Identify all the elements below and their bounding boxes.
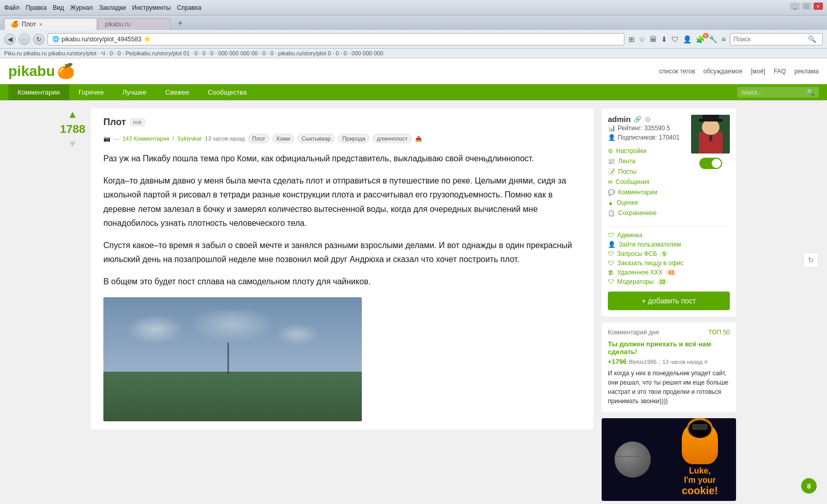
ad-line1: Luke, [682, 466, 718, 476]
menu-edit[interactable]: Правка [26, 4, 47, 11]
nav-fresh[interactable]: Свежее [156, 84, 198, 100]
user-name-text: admin [608, 115, 631, 124]
link-messages[interactable]: ✉ Сообщения [608, 177, 687, 187]
site-logo[interactable]: pikabu 🍊 [8, 63, 75, 80]
user-name-row: admin 🔗 ⚙ [608, 115, 687, 124]
window-controls[interactable]: _ □ × [790, 3, 823, 10]
tag-komi[interactable]: Коми [272, 134, 294, 143]
share-icon[interactable]: 📤 [415, 135, 422, 142]
deleted-icon: 🗑 [608, 269, 614, 276]
post-header: Плот нов [103, 117, 581, 128]
page-refresh-btn[interactable]: ↻ [803, 252, 819, 268]
order-pizza-link[interactable]: 🛡 Заказать пиццу в офис [608, 258, 730, 268]
new-tab-btn[interactable]: + [175, 18, 186, 29]
fsb-requests-link[interactable]: 🛡 Запросы ФСБ 5 [608, 249, 730, 258]
tag-syktyvkar[interactable]: Сыктывкар [297, 134, 335, 143]
settings-btn[interactable]: ⚙ [645, 115, 651, 124]
moderators-link[interactable]: 🛡 Модераторы 10 [608, 277, 730, 286]
nav-communities[interactable]: Сообщества [198, 84, 256, 100]
nav-best[interactable]: Лучшее [113, 84, 156, 100]
deleted-xxx-link[interactable]: 🗑 Удаленное ХХХ 43 [608, 268, 730, 277]
user-avatar[interactable] [691, 115, 730, 154]
profile-icon[interactable]: 👤 [682, 34, 693, 44]
link-ads[interactable]: реклама [794, 68, 819, 75]
admin-panel-link[interactable]: 🛡 Админка [608, 231, 730, 240]
top50-link[interactable]: ТОП 50 [709, 329, 730, 336]
nav-comments[interactable]: Комментарии [8, 84, 69, 100]
address-box[interactable]: 🌐 pikabu.ru/story/plot_4945583 ⭐ [48, 33, 624, 45]
pizza-label: Заказать пиццу в офис [617, 259, 683, 267]
nav-hot[interactable]: Горячее [69, 84, 113, 100]
view-icon[interactable]: ⊞ [627, 34, 636, 44]
forward-btn[interactable]: ▶ [19, 34, 30, 45]
add-post-btn[interactable]: + добавить пост [608, 292, 730, 310]
tag-nature[interactable]: Природа [338, 134, 370, 143]
tab-close-btn[interactable]: × [39, 21, 42, 27]
extension-icon[interactable]: 🔧 [708, 34, 718, 44]
tag-longpost[interactable]: длиннопост [373, 134, 412, 143]
post-paragraph-2: Когда–то давным давно у меня была мечта … [103, 174, 581, 230]
menu-journal[interactable]: Журнал [70, 4, 93, 11]
comments-link-icon: 💬 [608, 189, 615, 196]
menu-help[interactable]: Справка [177, 4, 201, 11]
link-my[interactable]: [моё] [751, 68, 765, 75]
bookmark-star-icon[interactable]: ☆ [638, 34, 647, 44]
close-btn[interactable]: × [814, 3, 823, 10]
meta-slash: / [173, 135, 174, 142]
site-search[interactable]: 🔍 [737, 87, 819, 98]
mods-label: Модераторы [617, 278, 654, 285]
vote-up-btn[interactable]: ▲ [68, 109, 78, 120]
post-new-badge[interactable]: нов [130, 118, 145, 126]
tag-plot[interactable]: Плот [248, 134, 269, 143]
browser-search-box[interactable]: 🔍 [730, 33, 823, 45]
subscribers-label: Подписчиков: [618, 134, 657, 141]
user-links: ⚙ Настройки 📰 Лента 📝 Посты [608, 146, 687, 218]
link-ratings[interactable]: ▲ Оценки [608, 198, 687, 207]
menu-file[interactable]: Файл [4, 4, 20, 11]
browser-menu: Файл Правка Вид Журнал Закладки Инструме… [4, 4, 201, 11]
refresh-btn[interactable]: ↻ [33, 34, 44, 45]
menu-view[interactable]: Вид [53, 4, 64, 11]
address-bar: ◀ ▶ ↻ 🌐 pikabu.ru/story/plot_4945583 ⭐ ⊞… [0, 30, 827, 49]
active-tab[interactable]: 🍊 Плот × [4, 18, 97, 30]
shield-icon[interactable]: 🛡 [670, 34, 680, 44]
back-btn[interactable]: ◀ [4, 34, 16, 45]
link-feed[interactable]: 📰 Лента [608, 157, 687, 166]
browser-search-input[interactable] [733, 36, 806, 43]
notification-bubble[interactable]: 8 [801, 478, 817, 494]
comment-separator: ; [658, 359, 660, 365]
comment-text: И когда у них в понедельник упадет сайт,… [608, 369, 730, 406]
comment-day-label: Комментарий дня [608, 329, 659, 336]
maximize-btn[interactable]: □ [802, 3, 811, 10]
link-posts[interactable]: 📝 Посты [608, 167, 687, 176]
link-faq[interactable]: FAQ [774, 68, 786, 75]
post-paragraph-3: Спустя какое–то время я забыл о своей ме… [103, 238, 581, 266]
menu-bookmarks[interactable]: Закладки [99, 4, 126, 11]
subscribers-value: 170401 [659, 134, 680, 141]
link-comments[interactable]: 💬 Комментарии [608, 188, 687, 197]
post-paragraph-4: В общем это будет пост сплава на самодел… [103, 274, 581, 288]
download-icon[interactable]: ⬇ [660, 34, 668, 44]
posts-link-label: Посты [618, 168, 636, 175]
theme-toggle[interactable] [699, 158, 722, 169]
minimize-btn[interactable]: _ [790, 3, 800, 10]
tab-label: Плот [22, 21, 36, 28]
link-saved[interactable]: 📋 Сохраненное [608, 208, 687, 218]
link-tag-list[interactable]: список тегов [659, 68, 695, 75]
site-header: pikabu 🍊 список тегов обсуждаемое [моё] … [0, 58, 827, 84]
link-settings[interactable]: ⚙ Настройки [608, 146, 687, 156]
inactive-tab[interactable]: pikabu.ru [98, 18, 171, 30]
comment-title-link[interactable]: Ты должен приехать и всё нам сделать! [608, 340, 711, 356]
vote-down-btn[interactable]: ▼ [68, 138, 78, 150]
download-history-icon[interactable]: 🏛 [649, 34, 658, 44]
comments-link[interactable]: 143 Комментария [122, 135, 170, 142]
comment-score: +1796 [608, 358, 627, 365]
site-search-input[interactable] [741, 89, 803, 96]
fsb-label: Запросы ФСБ [617, 250, 657, 257]
menu-icon[interactable]: ≡ [721, 34, 727, 44]
login-as-user-link[interactable]: 👤 Зайти пользователем [608, 240, 730, 249]
author-link[interactable]: Syktyvkar [177, 135, 202, 142]
site-nav: Комментарии Горячее Лучшее Свежее Сообще… [0, 84, 827, 100]
link-discussed[interactable]: обсуждаемое [703, 68, 743, 75]
menu-tools[interactable]: Инструменты [132, 4, 171, 11]
